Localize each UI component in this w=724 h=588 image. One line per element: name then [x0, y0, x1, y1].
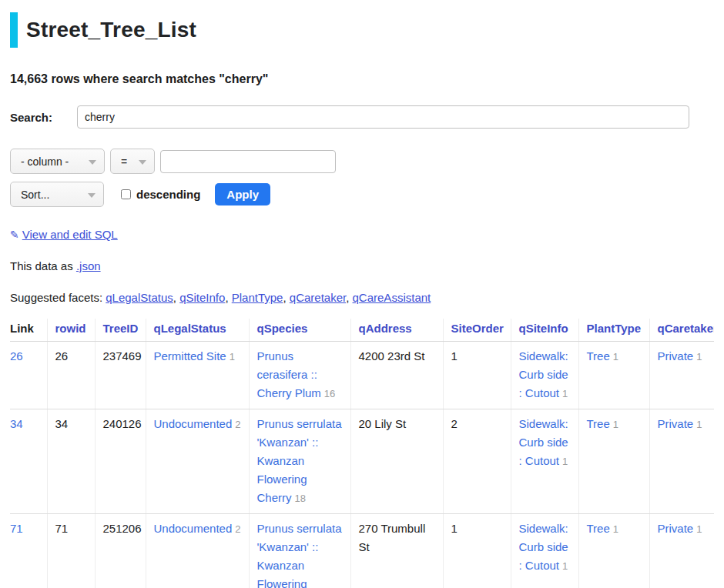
- cell-planttype-link[interactable]: Tree: [587, 417, 610, 430]
- table-header-row: Link rowid TreeID qLegalStatus qSpecies …: [10, 319, 714, 342]
- facet-separator: ,: [283, 291, 289, 304]
- table-row: 26 26 237469 Permitted Site1 Prunus cera…: [10, 342, 714, 409]
- descending-label: descending: [136, 188, 200, 201]
- operator-select[interactable]: =: [110, 149, 155, 174]
- facet-count: 1: [613, 351, 618, 362]
- column-header-treeid[interactable]: TreeID: [95, 319, 146, 342]
- page: Street_Tree_List 14,663 rows where searc…: [0, 0, 724, 588]
- facet-count: 1: [562, 388, 568, 399]
- sort-row: Sort... descending Apply: [10, 182, 714, 207]
- facet-count: 1: [696, 523, 702, 535]
- cell-treeid: 240126: [95, 409, 146, 514]
- cell-planttype-link[interactable]: Tree: [587, 349, 610, 362]
- column-header-qaddress[interactable]: qAddress: [350, 319, 443, 342]
- facet-link-qlegalstatus[interactable]: qLegalStatus: [106, 291, 173, 304]
- facet-count: 16: [324, 388, 335, 399]
- cell-siteorder: 1: [443, 514, 511, 588]
- cell-qcaretaker-link[interactable]: Private: [658, 349, 694, 362]
- cell-qsiteinfo-link[interactable]: Sidewalk: Curb side : Cutout: [519, 522, 568, 572]
- facet-count: 1: [562, 560, 568, 572]
- column-header-planttype[interactable]: PlantType: [578, 319, 649, 342]
- facet-link-qcareassistant[interactable]: qCareAssistant: [353, 291, 431, 304]
- cell-treeid: 237469: [95, 342, 146, 409]
- column-header-qsiteinfo[interactable]: qSiteInfo: [511, 319, 578, 342]
- descending-checkbox[interactable]: [121, 189, 131, 199]
- table-row: 71 71 251206 Undocumented2 Prunus serrul…: [10, 514, 714, 588]
- cell-siteorder: 2: [443, 409, 511, 514]
- sort-select[interactable]: Sort...: [10, 182, 104, 207]
- sql-link-row: ✎View and edit SQL: [10, 228, 714, 241]
- accent-bar: [10, 12, 18, 48]
- cell-qcaretaker-link[interactable]: Private: [658, 417, 694, 430]
- apply-button[interactable]: Apply: [215, 183, 270, 205]
- results-table: Link rowid TreeID qLegalStatus qSpecies …: [10, 319, 714, 588]
- json-link[interactable]: .json: [76, 259, 101, 272]
- row-count-summary: 14,663 rows where search matches "cherry…: [10, 72, 714, 86]
- facet-count: 1: [230, 351, 235, 362]
- cell-rowid: 26: [47, 342, 95, 409]
- chevron-down-icon: [88, 193, 96, 198]
- facets-prefix: Suggested facets:: [10, 291, 106, 304]
- row-detail-link[interactable]: 26: [10, 349, 23, 362]
- view-edit-sql-link[interactable]: View and edit SQL: [22, 228, 118, 241]
- chevron-down-icon: [139, 160, 146, 165]
- cell-qcaretaker-link[interactable]: Private: [658, 522, 694, 535]
- cell-qlegalstatus-link[interactable]: Undocumented: [154, 417, 233, 430]
- suggested-facets-row: Suggested facets: qLegalStatus, qSiteInf…: [10, 291, 714, 304]
- page-title: Street_Tree_List: [26, 18, 196, 42]
- filter-value-input[interactable]: [160, 150, 336, 173]
- sort-select-value: Sort...: [21, 189, 49, 201]
- cell-rowid: 71: [47, 514, 95, 588]
- facet-count: 1: [613, 419, 618, 430]
- chevron-down-icon: [89, 160, 96, 165]
- facet-count: 18: [295, 493, 306, 504]
- cell-qaddress: 20 Lily St: [350, 409, 443, 514]
- column-header-link: Link: [10, 319, 47, 342]
- table-row: 34 34 240126 Undocumented2 Prunus serrul…: [10, 409, 714, 514]
- cell-qlegalstatus-link[interactable]: Undocumented: [154, 522, 233, 535]
- cell-qspecies-link[interactable]: Prunus serrulata 'Kwanzan' :: Kwanzan Fl…: [257, 417, 342, 504]
- row-detail-link[interactable]: 71: [10, 522, 23, 535]
- facet-separator: ,: [346, 291, 352, 304]
- column-header-siteorder[interactable]: SiteOrder: [443, 319, 511, 342]
- facet-count: 1: [613, 523, 618, 535]
- cell-rowid: 34: [47, 409, 95, 514]
- cell-qaddress: 270 Trumbull St: [350, 514, 443, 588]
- search-form: Search:: [10, 105, 714, 129]
- cell-qsiteinfo-link[interactable]: Sidewalk: Curb side : Cutout: [519, 417, 568, 467]
- facet-link-planttype[interactable]: PlantType: [232, 291, 283, 304]
- filter-row: - column - =: [10, 149, 714, 174]
- column-header-qlegalstatus[interactable]: qLegalStatus: [146, 319, 249, 342]
- page-header: Street_Tree_List: [10, 12, 714, 48]
- column-select-value: - column -: [21, 155, 69, 168]
- facet-count: 2: [235, 419, 240, 430]
- column-header-qcaretaker[interactable]: qCaretaker: [649, 319, 714, 342]
- facet-count: 1: [562, 456, 568, 467]
- data-as-prefix: This data as: [10, 259, 76, 272]
- facet-separator: ,: [225, 291, 231, 304]
- facet-count: 2: [235, 523, 240, 535]
- column-header-rowid[interactable]: rowid: [47, 319, 95, 342]
- cell-qspecies-link[interactable]: Prunus cerasifera :: Cherry Plum: [257, 349, 321, 399]
- pencil-icon: ✎: [10, 229, 19, 241]
- facet-separator: ,: [173, 291, 179, 304]
- cell-qaddress: 4200 23rd St: [350, 342, 443, 409]
- search-input[interactable]: [77, 105, 689, 129]
- column-header-qspecies[interactable]: qSpecies: [249, 319, 350, 342]
- cell-qsiteinfo-link[interactable]: Sidewalk: Curb side : Cutout: [519, 349, 568, 399]
- row-detail-link[interactable]: 34: [10, 417, 23, 430]
- column-select[interactable]: - column -: [10, 149, 105, 174]
- facet-link-qcaretaker[interactable]: qCaretaker: [290, 291, 346, 304]
- cell-treeid: 251206: [95, 514, 146, 588]
- facet-count: 1: [696, 419, 702, 430]
- cell-qspecies-link[interactable]: Prunus serrulata 'Kwanzan' :: Kwanzan Fl…: [257, 522, 342, 588]
- cell-qlegalstatus-link[interactable]: Permitted Site: [154, 349, 226, 362]
- cell-planttype-link[interactable]: Tree: [587, 522, 610, 535]
- operator-select-value: =: [121, 155, 127, 168]
- data-as-row: This data as .json: [10, 259, 714, 272]
- facet-link-qsiteinfo[interactable]: qSiteInfo: [179, 291, 225, 304]
- search-label: Search:: [10, 111, 77, 124]
- cell-siteorder: 1: [443, 342, 511, 409]
- facet-count: 1: [696, 351, 702, 362]
